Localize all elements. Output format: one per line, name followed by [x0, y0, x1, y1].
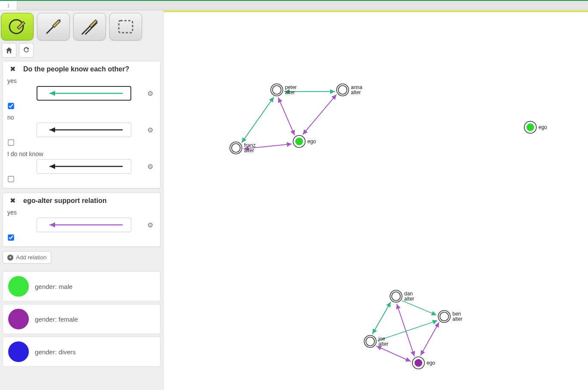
swatch-icon	[8, 341, 29, 362]
node-label: ego	[307, 138, 316, 144]
node-role-label: alter	[351, 89, 361, 95]
circle-pencil-icon	[7, 16, 28, 37]
node-role-label: alter	[452, 316, 462, 322]
close-icon[interactable]: ✖	[10, 65, 15, 73]
network-node-joe[interactable]: joealter	[364, 335, 388, 347]
option-checkbox-yes[interactable]	[8, 103, 14, 109]
network-edge[interactable]	[372, 303, 390, 335]
node-role-label: alter	[285, 89, 295, 95]
question-panel-know: ✖ Do the people know each other? yes ⚙ n…	[3, 61, 161, 188]
relation-style-dontknow[interactable]	[37, 159, 131, 174]
legend-divers[interactable]: gender: divers	[3, 337, 161, 367]
home-button[interactable]	[2, 43, 16, 58]
legend-label: gender: divers	[35, 348, 76, 356]
network-node-egoR[interactable]: ego	[524, 121, 547, 133]
network-edge[interactable]	[377, 346, 411, 361]
legend-label: gender: male	[35, 283, 73, 290]
option-label: yes	[7, 209, 156, 216]
arrow-icon	[43, 162, 125, 171]
tool-draw-multi-edge[interactable]	[73, 13, 106, 40]
network-edge[interactable]	[279, 98, 295, 135]
node-role-label: alter	[378, 341, 388, 347]
svg-rect-4	[119, 21, 133, 33]
legend-label: gender: female	[35, 316, 78, 323]
arrow-icon	[43, 221, 125, 229]
refresh-icon	[23, 47, 30, 54]
option-label: no	[7, 114, 156, 121]
question-panel-support: ✖ ego-alter support relation yes ⚙	[3, 193, 161, 247]
add-relation-label: Add relation	[16, 254, 46, 261]
svg-point-26	[415, 359, 422, 367]
refresh-button[interactable]	[19, 43, 34, 58]
relation-style-no[interactable]	[37, 123, 131, 137]
swatch-icon	[8, 276, 29, 297]
option-checkbox-no[interactable]	[8, 139, 14, 145]
network-edge[interactable]	[421, 323, 439, 356]
main-area: ✖ Do the people know each other? yes ⚙ n…	[0, 10, 588, 390]
plus-icon: +	[7, 255, 13, 261]
network-node-ben[interactable]: benalter	[438, 310, 462, 322]
swatch-icon	[8, 309, 29, 329]
network-edge[interactable]	[378, 321, 437, 341]
tool-draw-edge[interactable]	[37, 13, 70, 40]
tool-draw-node[interactable]	[1, 13, 34, 40]
option-checkbox-support-yes[interactable]	[8, 234, 14, 240]
network-edge[interactable]	[303, 95, 336, 135]
close-icon[interactable]: ✖	[10, 197, 15, 205]
svg-point-18	[526, 123, 534, 131]
tab-1[interactable]: 1	[0, 1, 17, 10]
relation-style-yes[interactable]	[37, 86, 131, 101]
arrow-icon	[43, 89, 125, 98]
node-label: ego	[538, 124, 547, 130]
question-title: Do the people know each other?	[23, 65, 129, 73]
relation-style-support-yes[interactable]	[37, 218, 131, 232]
network-node-peter[interactable]: peteralter	[271, 84, 297, 96]
legend-female[interactable]: gender: female	[3, 304, 161, 334]
node-role-label: alter	[244, 147, 254, 154]
arrow-icon	[43, 126, 125, 134]
option-checkbox-dontknow[interactable]	[8, 176, 14, 182]
network-edge[interactable]	[242, 97, 274, 142]
network-edge[interactable]	[397, 304, 415, 356]
gear-icon[interactable]: ⚙	[147, 221, 153, 229]
network-svg: peteralterannaalteregofranzalteregodanal…	[164, 10, 588, 390]
network-node-ego1[interactable]: ego	[293, 135, 316, 147]
select-rect-icon	[115, 16, 136, 37]
tab-row: 1	[0, 1, 588, 10]
tool-rectangle-select[interactable]	[109, 13, 142, 40]
add-relation-button[interactable]: + Add relation	[3, 251, 51, 264]
network-node-anna[interactable]: annaalter	[337, 84, 362, 96]
node-label: ego	[427, 360, 435, 366]
gear-icon[interactable]: ⚙	[147, 163, 153, 171]
gear-icon[interactable]: ⚙	[147, 126, 153, 134]
edge-pencil-icon	[43, 16, 64, 37]
sub-tool-row	[1, 43, 162, 60]
multi-edge-pencil-icon	[79, 16, 100, 37]
network-node-ego2[interactable]: ego	[412, 357, 435, 369]
node-role-label: alter	[404, 296, 414, 302]
svg-point-14	[295, 138, 303, 145]
network-canvas[interactable]: peteralterannaalteregofranzalteregodanal…	[164, 10, 588, 390]
question-title: ego-alter support relation	[23, 197, 107, 205]
sidebar: ✖ Do the people know each other? yes ⚙ n…	[0, 10, 164, 390]
home-icon	[6, 47, 12, 54]
network-edge[interactable]	[402, 301, 436, 315]
option-label: I do not know	[7, 150, 156, 157]
gear-icon[interactable]: ⚙	[147, 89, 153, 98]
tool-row	[1, 12, 162, 43]
legend-male[interactable]: gender: male	[3, 271, 161, 301]
network-node-dan[interactable]: danalter	[390, 290, 414, 302]
network-node-franz[interactable]: franzalter	[230, 142, 256, 154]
option-label: yes	[7, 77, 156, 84]
